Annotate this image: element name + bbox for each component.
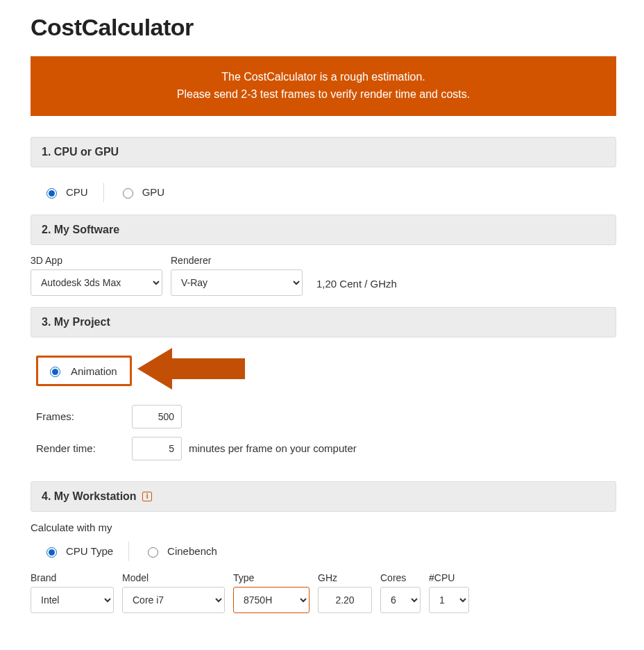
render-time-suffix: minutes per frame on your computer bbox=[189, 442, 357, 454]
cpu-count-label: #CPU bbox=[429, 572, 469, 583]
app-select[interactable]: Autodesk 3ds Max bbox=[31, 269, 162, 296]
page-title: CostCalculator bbox=[31, 14, 616, 41]
frames-label: Frames: bbox=[36, 410, 132, 422]
calculate-with-label: Calculate with my bbox=[31, 522, 616, 533]
price-text: 1,20 Cent / GHzh bbox=[316, 278, 397, 296]
gpu-radio-item[interactable]: GPU bbox=[119, 186, 165, 199]
arrow-annotation-icon bbox=[137, 344, 248, 395]
type-label: Type bbox=[233, 572, 310, 583]
ghz-label: GHz bbox=[318, 572, 372, 583]
cpu-radio[interactable] bbox=[46, 188, 57, 199]
animation-radio[interactable] bbox=[50, 367, 60, 377]
renderer-label: Renderer bbox=[171, 255, 303, 266]
banner-line-2: Please send 2-3 test frames to verify re… bbox=[177, 88, 470, 100]
brand-select[interactable]: Intel bbox=[31, 587, 114, 613]
cpu-type-radio[interactable] bbox=[46, 547, 57, 558]
type-select[interactable]: 8750H bbox=[233, 587, 310, 613]
cpu-type-radio-label: CPU Type bbox=[66, 545, 113, 557]
radio-separator bbox=[128, 542, 129, 561]
gpu-radio-label: GPU bbox=[142, 186, 165, 198]
animation-highlight-box: Animation bbox=[36, 356, 132, 386]
cores-label: Cores bbox=[380, 572, 421, 583]
model-label: Model bbox=[122, 572, 225, 583]
cinebench-radio-label: Cinebench bbox=[167, 545, 217, 557]
animation-radio-label: Animation bbox=[71, 365, 117, 377]
render-time-input[interactable] bbox=[132, 437, 182, 460]
render-time-label: Render time: bbox=[36, 442, 132, 454]
section-4-heading: 4. My Workstation i bbox=[31, 481, 616, 512]
info-banner: The CostCalculator is a rough estimation… bbox=[31, 56, 616, 116]
gpu-radio[interactable] bbox=[123, 188, 133, 199]
cinebench-radio[interactable] bbox=[148, 547, 158, 558]
banner-line-1: The CostCalculator is a rough estimation… bbox=[221, 71, 425, 83]
cpu-type-radio-item[interactable]: CPU Type bbox=[43, 545, 113, 558]
cores-select[interactable]: 6 bbox=[380, 587, 421, 613]
ghz-input[interactable] bbox=[318, 587, 372, 613]
brand-label: Brand bbox=[31, 572, 114, 583]
frames-input[interactable] bbox=[132, 405, 182, 428]
cinebench-radio-item[interactable]: Cinebench bbox=[144, 545, 217, 558]
cpu-radio-label: CPU bbox=[66, 186, 88, 198]
section-1-heading: 1. CPU or GPU bbox=[31, 137, 616, 167]
cpu-gpu-radio-group: CPU GPU bbox=[31, 177, 616, 215]
renderer-select[interactable]: V-Ray bbox=[171, 269, 303, 296]
cpu-radio-item[interactable]: CPU bbox=[43, 186, 88, 199]
model-select[interactable]: Core i7 bbox=[122, 587, 225, 613]
section-4-heading-text: 4. My Workstation bbox=[42, 490, 137, 502]
section-3-heading: 3. My Project bbox=[31, 307, 616, 338]
info-icon[interactable]: i bbox=[142, 492, 152, 501]
section-2-heading: 2. My Software bbox=[31, 215, 616, 245]
cpu-count-select[interactable]: 1 bbox=[429, 587, 469, 613]
radio-separator bbox=[103, 183, 104, 202]
app-label: 3D App bbox=[31, 255, 162, 266]
